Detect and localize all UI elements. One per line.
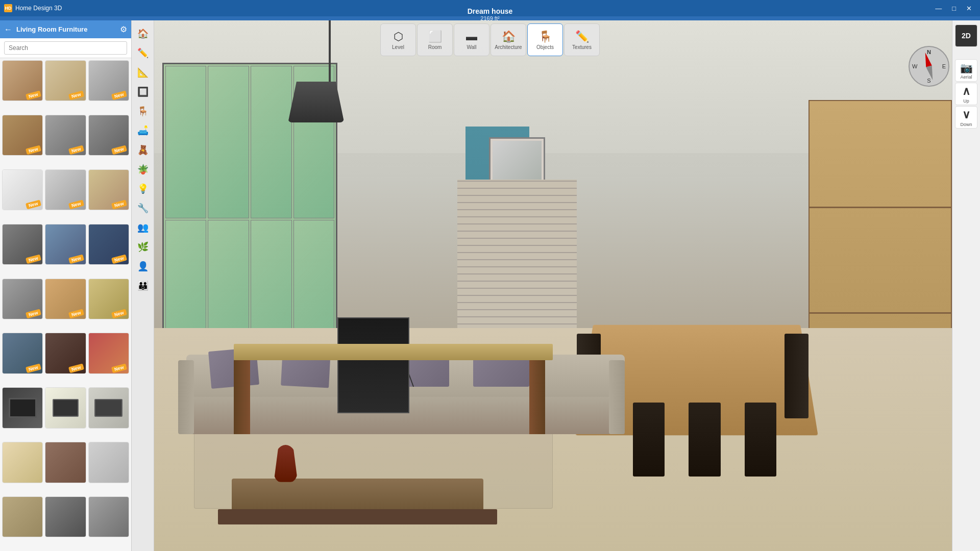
viewport[interactable] — [154, 20, 952, 551]
console-table-leg-left — [234, 360, 250, 435]
iconbar-group[interactable]: 👪 — [134, 277, 152, 295]
furniture-item[interactable]: New — [88, 60, 129, 101]
view-2d-button[interactable]: 2D — [955, 24, 977, 47]
furniture-item[interactable] — [2, 496, 43, 537]
left-sidebar: ← Living Room Furniture ⚙ New New New Ne… — [0, 20, 132, 551]
item-thumbnail — [45, 442, 85, 482]
iconbar-room[interactable]: 🔲 — [134, 83, 152, 101]
furniture-item[interactable]: New — [45, 333, 86, 373]
room-icon: ⬜ — [428, 30, 442, 43]
dining-chair — [633, 403, 665, 477]
furniture-item[interactable]: New — [2, 115, 43, 156]
iconbar-light[interactable]: 💡 — [134, 180, 152, 198]
wall-icon: ▬ — [466, 30, 477, 43]
iconbar-nature[interactable]: 🌿 — [134, 238, 152, 256]
item-thumbnail — [45, 388, 85, 428]
furniture-item[interactable]: New — [2, 279, 43, 319]
furniture-item[interactable] — [88, 387, 129, 428]
compass-circle: N S E W — [909, 46, 949, 87]
furniture-item[interactable]: New — [2, 169, 43, 210]
maximize-button[interactable]: □ — [948, 4, 960, 13]
bookcase-shelf — [810, 207, 951, 208]
iconbar-measure[interactable]: 📐 — [134, 63, 152, 82]
tab-architecture-label: Architecture — [495, 44, 522, 50]
pendant-lamp — [290, 20, 370, 122]
furniture-item[interactable] — [45, 442, 86, 483]
aerial-icon: 📷 — [960, 62, 973, 74]
furniture-item[interactable]: New — [2, 224, 43, 265]
objects-icon: 🪑 — [538, 30, 552, 43]
furniture-item[interactable]: New — [45, 60, 86, 101]
iconbar-plant[interactable]: 🪴 — [134, 160, 152, 179]
furniture-item[interactable] — [2, 442, 43, 483]
search-input[interactable] — [4, 41, 127, 55]
furniture-item[interactable] — [88, 496, 129, 537]
item-thumbnail — [89, 442, 129, 482]
tab-architecture[interactable]: 🏠 Architecture — [491, 23, 526, 56]
iconbar-decor[interactable]: 🧸 — [134, 141, 152, 159]
iconbar-person[interactable]: 👤 — [134, 257, 152, 276]
sofa-arm-left — [178, 360, 194, 435]
iconbar-furniture[interactable]: 🪑 — [134, 102, 152, 120]
tab-textures[interactable]: ✏️ Textures — [564, 23, 600, 56]
furniture-item[interactable]: New — [45, 279, 86, 319]
compass-east-label: E — [942, 63, 946, 69]
level-icon: ⬡ — [394, 30, 403, 43]
furniture-item[interactable]: New — [45, 169, 86, 210]
item-thumbnail — [89, 388, 129, 428]
furniture-item[interactable] — [88, 442, 129, 483]
aerial-label: Aerial — [960, 74, 972, 80]
tab-room[interactable]: ⬜ Room — [417, 23, 453, 56]
item-thumbnail — [3, 388, 42, 428]
up-label: Up — [963, 98, 969, 104]
tv-unit — [337, 317, 409, 413]
dining-chair — [785, 334, 808, 418]
item-thumbnail — [45, 497, 85, 537]
compass-west-label: W — [912, 63, 917, 69]
iconbar-edit[interactable]: ✏️ — [134, 44, 152, 62]
item-thumbnail — [3, 497, 42, 537]
tab-level[interactable]: ⬡ Level — [380, 23, 416, 56]
console-table-leg-right — [529, 360, 545, 435]
aerial-button[interactable]: 📷 Aerial — [955, 59, 977, 82]
furniture-item[interactable] — [45, 496, 86, 537]
iconbar-sofa[interactable]: 🛋️ — [134, 121, 152, 140]
app-icon: HD — [4, 4, 12, 12]
search-bar — [0, 38, 131, 58]
furniture-item[interactable]: New — [88, 169, 129, 210]
minimize-button[interactable]: — — [931, 4, 946, 13]
furniture-item[interactable] — [2, 387, 43, 428]
furniture-item[interactable] — [45, 387, 86, 428]
coffee-table — [218, 509, 497, 524]
furniture-item[interactable]: New — [45, 115, 86, 156]
up-icon: ∧ — [962, 85, 970, 98]
dining-chair — [745, 403, 777, 477]
furniture-item[interactable]: New — [88, 224, 129, 265]
furniture-item[interactable]: New — [88, 115, 129, 156]
back-button[interactable]: ← — [4, 25, 12, 34]
sofa-arm-right — [609, 360, 625, 435]
furniture-item[interactable]: New — [88, 279, 129, 319]
sidebar-settings-button[interactable]: ⚙ — [120, 24, 127, 34]
iconbar-home[interactable]: 🏠 — [134, 24, 152, 43]
furniture-item[interactable]: New — [2, 333, 43, 373]
tab-wall-label: Wall — [467, 44, 476, 50]
furniture-item[interactable]: New — [45, 224, 86, 265]
tab-wall[interactable]: ▬ Wall — [454, 23, 489, 56]
iconbar-people[interactable]: 👥 — [134, 218, 152, 237]
furniture-item[interactable]: New — [2, 60, 43, 101]
project-size: 2169 ft² — [468, 15, 513, 21]
compass: N S E W — [909, 46, 949, 87]
lamp-cord — [329, 20, 331, 82]
tab-objects[interactable]: 🪑 Objects — [527, 23, 563, 56]
down-label: Down — [960, 122, 972, 127]
iconbar-tool[interactable]: 🔧 — [134, 199, 152, 217]
item-thumbnail — [89, 497, 129, 537]
down-button[interactable]: ∨ Down — [955, 106, 977, 129]
close-button[interactable]: ✕ — [962, 4, 976, 13]
item-thumbnail — [3, 442, 42, 482]
tab-objects-label: Objects — [536, 44, 554, 50]
up-button[interactable]: ∧ Up — [955, 83, 977, 105]
left-iconbar: 🏠 ✏️ 📐 🔲 🪑 🛋️ 🧸 🪴 💡 🔧 👥 🌿 👤 👪 — [132, 20, 154, 551]
furniture-item[interactable]: New — [88, 333, 129, 373]
